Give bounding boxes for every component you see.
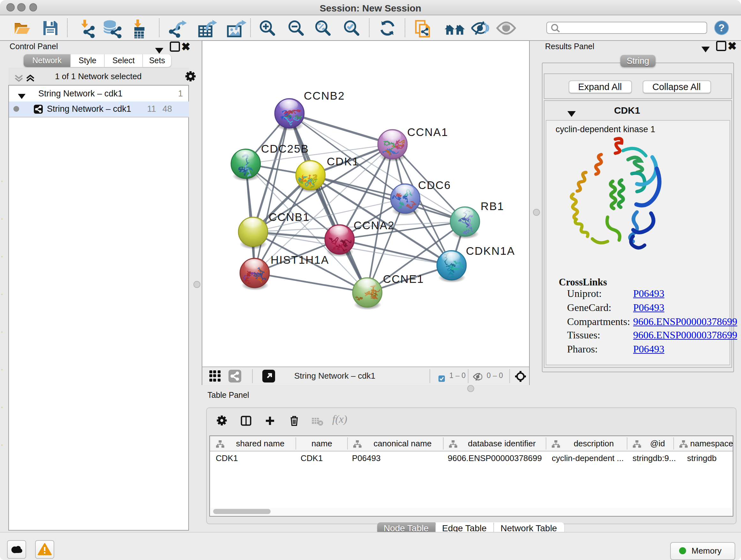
- svg-text:CCNB2: CCNB2: [304, 89, 345, 102]
- svg-text:CCNA2: CCNA2: [354, 219, 395, 231]
- svg-text:RB1: RB1: [481, 199, 504, 212]
- svg-text:CCNA1: CCNA1: [407, 125, 448, 138]
- svg-text:HIST1H1A: HIST1H1A: [271, 253, 329, 266]
- svg-text:?: ?: [718, 22, 725, 33]
- svg-text:CDC6: CDC6: [418, 179, 451, 191]
- svg-text:CCNE1: CCNE1: [383, 272, 424, 285]
- svg-text:CDKN1A: CDKN1A: [466, 244, 515, 257]
- svg-text:CDK1: CDK1: [327, 155, 359, 167]
- svg-text:CCNB1: CCNB1: [269, 210, 310, 223]
- svg-text:CDC25B: CDC25B: [261, 142, 309, 154]
